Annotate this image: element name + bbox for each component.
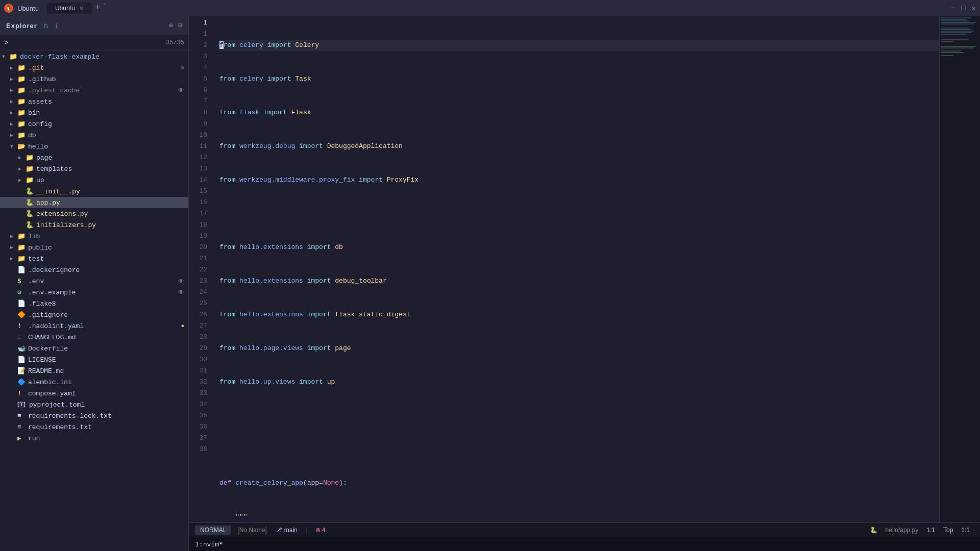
svg-rect-8 <box>941 32 971 33</box>
active-tab[interactable]: Ubuntu ✕ <box>47 3 92 14</box>
pyproject-file-icon: [T] <box>17 401 26 408</box>
main-area: Explorer h i ⊕ ⊡ > 35/35 ▼ 📁 docker-flas… <box>0 16 980 551</box>
tree-item-hadolint[interactable]: ▶ ! .hadolint.yaml ● <box>0 320 188 332</box>
alembic-arrow-icon: ▶ <box>10 379 17 385</box>
terminal-bar: 1:nvim* <box>189 537 980 551</box>
tree-item-req-lock[interactable]: ▶ ≡ requirements-lock.txt <box>0 410 188 421</box>
tree-item-pyproject[interactable]: ▶ [T] pyproject.toml <box>0 399 188 410</box>
gitignore-arrow-icon: ▶ <box>10 312 17 318</box>
req-lock-arrow-icon: ▶ <box>10 413 17 419</box>
gitignore-file-icon: 🔶 <box>17 311 27 319</box>
tab-close-button[interactable]: ✕ <box>79 5 84 12</box>
file-type-icon: 🐍 <box>866 527 881 534</box>
tree-item-readme[interactable]: ▶ 📝 README.md <box>0 365 188 377</box>
code-line-10: from hello.page.views import page <box>219 343 939 354</box>
tree-item-flake8[interactable]: ▶ 📄 .flake8 <box>0 298 188 309</box>
tree-label-pytest-cache: .pytest_cache <box>28 87 80 94</box>
tab-dropdown-button[interactable]: ˅ <box>103 3 106 14</box>
tree-item-db[interactable]: ▶ 📁 db <box>0 130 188 141</box>
tree-label-hadolint: .hadolint.yaml <box>28 322 84 330</box>
tree-item-dockerfile[interactable]: ▶ 🐋 Dockerfile <box>0 343 188 354</box>
tree-item-git[interactable]: ▶ 📁 .git ⊙ <box>0 62 188 73</box>
license-file-icon: 📄 <box>17 356 27 364</box>
tree-item-assets[interactable]: ▶ 📁 assets <box>0 96 188 107</box>
scroll-position: Top <box>939 527 957 534</box>
license-arrow-icon: ▶ <box>10 357 17 363</box>
tree-item-templates[interactable]: ▶ 📁 templates <box>0 163 188 174</box>
sidebar-icon-2[interactable]: ⊡ <box>178 21 182 30</box>
lib-folder-icon: 📁 <box>17 232 27 240</box>
tree-item-gitignore[interactable]: ▶ 🔶 .gitignore <box>0 309 188 320</box>
req-arrow-icon: ▶ <box>10 424 17 430</box>
code-content[interactable]: from celery import Celery from celery im… <box>215 16 939 522</box>
maximize-button[interactable]: □ <box>961 4 965 13</box>
code-line-1: from celery import Celery <box>219 40 939 51</box>
hadolint-badge: ● <box>181 323 184 329</box>
hello-folder-icon: 📂 <box>17 142 27 151</box>
tree-item-env[interactable]: ▶ $ .env 👁 <box>0 276 188 287</box>
minimize-button[interactable]: ─ <box>951 4 955 13</box>
app-py-arrow-icon: ▶ <box>18 199 26 206</box>
templates-folder-icon: 📁 <box>26 165 35 173</box>
code-line-14: def create_celery_app(app=None): <box>219 478 939 489</box>
divider-1: | <box>302 527 311 534</box>
tree-item-github[interactable]: ▶ 📁 .github <box>0 73 188 85</box>
tree-item-initializers[interactable]: ▶ 🐍 initializers.py <box>0 219 188 231</box>
close-button[interactable]: ✕ <box>972 4 976 13</box>
svg-rect-15 <box>941 52 964 53</box>
tree-item-license[interactable]: ▶ 📄 LICENSE <box>0 354 188 365</box>
tree-item-lib[interactable]: ▶ 📁 lib <box>0 231 188 242</box>
git-folder-icon: 📁 <box>17 64 27 72</box>
sidebar-icon-1[interactable]: ⊕ <box>169 21 173 30</box>
search-input[interactable] <box>11 39 163 46</box>
dockerfile-file-icon: 🐋 <box>17 344 27 353</box>
code-view: 1 1 2 3 4 5 6 7 8 9 10 11 12 13 14 15 16… <box>189 16 980 522</box>
sidebar-title: Explorer h i <box>6 22 58 30</box>
tree-item-bin[interactable]: ▶ 📁 bin <box>0 107 188 118</box>
tree-item-public[interactable]: ▶ 📁 public <box>0 242 188 253</box>
tree-label-dockerfile: Dockerfile <box>28 345 68 353</box>
tree-item-changelog[interactable]: ▶ ≡ CHANGELOG.md <box>0 332 188 343</box>
tree-item-req[interactable]: ▶ ≡ requirements.txt <box>0 421 188 433</box>
init2-arrow-icon: ▶ <box>18 222 26 228</box>
new-tab-button[interactable]: + <box>92 3 104 14</box>
tree-item-init[interactable]: ▶ 🐍 __init__.py <box>0 186 188 197</box>
tree-item-hello[interactable]: ▼ 📂 hello <box>0 141 188 152</box>
line-col: 1:1 <box>957 527 974 534</box>
tree-item-compose[interactable]: ▶ ! compose.yaml <box>0 388 188 399</box>
changelog-file-icon: ≡ <box>17 334 27 341</box>
config-arrow-icon: ▶ <box>10 121 17 127</box>
titlebar: 🐧 Ubuntu Ubuntu ✕ + ˅ ─ □ ✕ <box>0 0 980 16</box>
env-badge: 👁 <box>178 278 184 285</box>
tree-label-lib: lib <box>28 233 40 240</box>
tree-item-config[interactable]: ▶ 📁 config <box>0 118 188 130</box>
code-line-12 <box>219 410 939 421</box>
public-arrow-icon: ▶ <box>10 244 17 251</box>
tree-label-dockerignore: .dockerignore <box>28 266 80 274</box>
svg-rect-11 <box>941 41 953 42</box>
svg-rect-16 <box>941 55 953 56</box>
sidebar-search-bar: > 35/35 <box>0 35 188 51</box>
tree-root-folder[interactable]: ▼ 📁 docker-flask-example <box>0 51 188 62</box>
pytest-folder-icon: 📁 <box>17 86 27 94</box>
tab-label: Ubuntu <box>55 5 75 12</box>
tree-item-dockerignore[interactable]: ▶ 📄 .dockerignore <box>0 264 188 276</box>
alembic-file-icon: 🔷 <box>17 378 27 386</box>
tree-item-test[interactable]: ▶ 📁 test <box>0 253 188 264</box>
tree-item-page[interactable]: ▶ 📁 page <box>0 152 188 163</box>
pytest-badge: 👁 <box>178 87 184 94</box>
tree-item-run[interactable]: ▶ ▶ run <box>0 433 188 444</box>
tree-item-app-py[interactable]: ▶ 🐍 app.py <box>0 197 188 208</box>
branch-icon: ⎇ <box>275 527 282 534</box>
filepath: hello/app.py <box>881 527 923 534</box>
tree-label-templates: templates <box>36 165 72 173</box>
tree-item-extensions[interactable]: ▶ 🐍 extensions.py <box>0 208 188 219</box>
tree-item-alembic[interactable]: ▶ 🔷 alembic.ini <box>0 377 188 388</box>
tree-label-up: up <box>36 177 44 184</box>
bin-folder-icon: 📁 <box>17 109 27 117</box>
tree-item-env-example[interactable]: ▶ ⚙ .env.example 👁 <box>0 287 188 298</box>
terminal-prompt: 1:nvim* <box>195 540 223 548</box>
tree-item-up[interactable]: ▶ 📁 up <box>0 174 188 186</box>
app-icon: 🐧 <box>4 4 13 13</box>
tree-item-pytest-cache[interactable]: ▶ 📁 .pytest_cache 👁 <box>0 85 188 96</box>
